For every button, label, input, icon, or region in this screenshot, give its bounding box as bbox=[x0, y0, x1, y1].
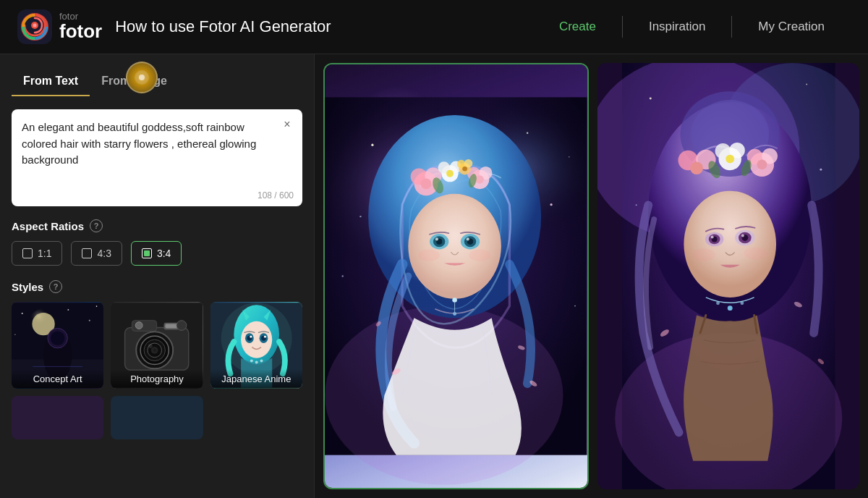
image2-svg bbox=[597, 63, 860, 489]
prompt-textarea[interactable] bbox=[12, 109, 302, 203]
svg-point-29 bbox=[136, 322, 143, 329]
svg-point-125 bbox=[757, 160, 767, 170]
aspect-ratio-help-icon[interactable]: ? bbox=[90, 219, 103, 232]
svg-point-48 bbox=[371, 144, 373, 146]
top-bar: fotor fotor How to use Fotor AI Generato… bbox=[0, 0, 868, 54]
gallery-image-2-inner bbox=[597, 63, 860, 489]
svg-rect-21 bbox=[166, 324, 179, 329]
char-count: 108 / 600 bbox=[258, 190, 294, 201]
svg-point-30 bbox=[176, 321, 187, 331]
svg-point-39 bbox=[250, 336, 252, 338]
styles-label: Styles ? bbox=[12, 280, 302, 293]
page-title: How to use Fotor AI Generator bbox=[115, 17, 331, 36]
svg-point-16 bbox=[96, 305, 98, 307]
svg-point-85 bbox=[452, 297, 457, 303]
svg-point-52 bbox=[569, 156, 570, 158]
ratio-3-4-checkbox bbox=[142, 248, 152, 258]
ratio-1-1-label: 1:1 bbox=[38, 248, 51, 259]
fotor-logo bbox=[17, 9, 52, 44]
svg-point-40 bbox=[264, 336, 266, 338]
ratio-options: 1:1 4:3 3:4 bbox=[12, 241, 302, 266]
tabs: From Text From Image bbox=[12, 69, 302, 96]
ratio-3-4-label: 3:4 bbox=[157, 248, 171, 259]
svg-point-51 bbox=[550, 203, 552, 206]
svg-point-53 bbox=[341, 275, 343, 277]
styles-help-icon[interactable]: ? bbox=[49, 280, 62, 293]
svg-point-87 bbox=[453, 312, 456, 316]
style-card-photography[interactable]: Photography bbox=[111, 302, 203, 389]
svg-point-65 bbox=[418, 249, 440, 261]
concept-art-label: Concept Art bbox=[12, 369, 103, 389]
svg-point-113 bbox=[744, 247, 766, 260]
logo-text: fotor fotor bbox=[59, 12, 102, 42]
svg-point-10 bbox=[51, 331, 65, 345]
left-panel: From Text From Image × 108 / 600 Aspect … bbox=[0, 54, 315, 498]
svg-point-111 bbox=[741, 235, 744, 237]
ratio-3-4[interactable]: 3:4 bbox=[131, 241, 182, 266]
svg-point-121 bbox=[726, 155, 734, 164]
style-card-extra-2[interactable] bbox=[111, 396, 203, 439]
clear-button[interactable]: × bbox=[279, 117, 295, 132]
style-card-concept-art[interactable]: Concept Art bbox=[12, 302, 103, 389]
svg-point-28 bbox=[148, 344, 153, 348]
svg-point-43 bbox=[260, 360, 263, 363]
svg-point-98 bbox=[820, 169, 822, 171]
svg-point-49 bbox=[527, 132, 528, 134]
logo-area: fotor fotor How to use Fotor AI Generato… bbox=[17, 9, 533, 44]
svg-point-41 bbox=[250, 360, 253, 363]
aspect-ratio-label: Aspect Ratios ? bbox=[12, 219, 302, 232]
svg-point-12 bbox=[22, 313, 23, 314]
style-card-japanese-anime[interactable]: Japanese Anime bbox=[210, 302, 302, 389]
svg-point-13 bbox=[67, 309, 69, 311]
nav-links: Create Inspiration My Creation bbox=[533, 0, 851, 54]
ratio-4-3-checkbox bbox=[82, 248, 92, 258]
ratio-1-1-checkbox bbox=[22, 248, 33, 258]
svg-point-50 bbox=[359, 216, 361, 217]
nav-create[interactable]: Create bbox=[533, 0, 622, 54]
svg-point-54 bbox=[574, 305, 576, 307]
svg-point-97 bbox=[806, 83, 807, 85]
svg-point-56 bbox=[408, 194, 501, 299]
svg-point-129 bbox=[716, 301, 720, 305]
tab-from-text[interactable]: From Text bbox=[12, 69, 90, 96]
gallery-image-1-inner bbox=[325, 64, 587, 488]
svg-point-82 bbox=[462, 166, 467, 172]
ratio-4-3-label: 4:3 bbox=[97, 248, 111, 259]
svg-point-14 bbox=[89, 320, 90, 321]
svg-point-130 bbox=[740, 301, 744, 305]
svg-point-110 bbox=[710, 236, 713, 239]
svg-point-63 bbox=[435, 237, 438, 240]
nav-inspiration[interactable]: Inspiration bbox=[623, 0, 731, 54]
svg-point-64 bbox=[467, 237, 469, 240]
gallery-image-1 bbox=[323, 63, 589, 489]
styles-grid-row2 bbox=[12, 396, 302, 439]
cursor-indicator bbox=[126, 62, 158, 93]
tab-from-image[interactable]: From Image bbox=[90, 69, 179, 96]
ratio-1-1[interactable]: 1:1 bbox=[12, 241, 62, 266]
svg-point-78 bbox=[446, 170, 454, 177]
svg-point-117 bbox=[690, 161, 703, 174]
styles-grid: Concept Art bbox=[12, 302, 302, 389]
svg-point-99 bbox=[635, 204, 637, 206]
svg-point-27 bbox=[153, 349, 156, 352]
prompt-wrapper: × 108 / 600 bbox=[12, 109, 302, 206]
nav-my-creation[interactable]: My Creation bbox=[732, 0, 851, 54]
svg-point-112 bbox=[692, 248, 715, 261]
svg-point-103 bbox=[684, 191, 776, 297]
style-card-extra-1[interactable] bbox=[12, 396, 103, 439]
svg-point-42 bbox=[255, 361, 258, 364]
main-layout: From Text From Image × 108 / 600 Aspect … bbox=[0, 54, 868, 498]
fotor-brand: fotor bbox=[59, 21, 102, 42]
svg-point-96 bbox=[649, 98, 651, 100]
gallery-panel bbox=[315, 54, 868, 498]
bottom-styles-row bbox=[12, 396, 302, 439]
image1-svg bbox=[325, 64, 587, 488]
svg-point-128 bbox=[727, 305, 732, 311]
ratio-4-3[interactable]: 4:3 bbox=[71, 241, 122, 266]
svg-point-15 bbox=[14, 334, 16, 336]
japanese-anime-label: Japanese Anime bbox=[210, 369, 302, 389]
svg-point-66 bbox=[469, 249, 490, 261]
svg-point-81 bbox=[464, 159, 473, 168]
svg-point-3 bbox=[33, 24, 37, 28]
gallery-image-2 bbox=[597, 63, 860, 489]
